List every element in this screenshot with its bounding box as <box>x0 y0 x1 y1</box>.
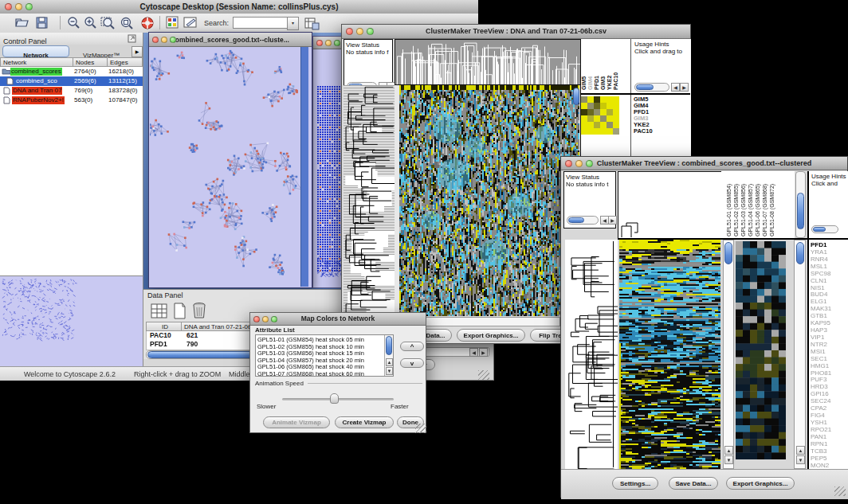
tv2-button-settings[interactable]: Settings... <box>612 477 658 490</box>
scroll-left-icon[interactable]: ◀ <box>671 83 680 92</box>
gene-label[interactable]: TCB3 <box>811 447 826 455</box>
tv1-heatmap-vscroll-thumb[interactable] <box>573 88 579 105</box>
close-icon[interactable] <box>316 40 323 46</box>
zoom-window-icon[interactable] <box>334 40 340 46</box>
gene-label[interactable]: VIP1 <box>811 334 824 341</box>
import-table-icon[interactable] <box>304 16 320 30</box>
float-panel-icon[interactable] <box>128 34 137 44</box>
minimize-icon[interactable] <box>575 160 583 167</box>
scroll-down-icon[interactable]: ▼ <box>796 455 805 464</box>
gene-label[interactable]: MSI1 <box>811 348 826 355</box>
table-row[interactable]: combined_sco2569(6)13112(15) <box>0 76 143 86</box>
scroll-up-icon[interactable]: ▲ <box>386 358 393 366</box>
tv1-button-export-graphics[interactable]: Export Graphics... <box>457 329 525 342</box>
scroll-up-icon[interactable]: ▲ <box>724 446 733 455</box>
close-icon[interactable] <box>346 28 353 35</box>
dense-network-view[interactable] <box>317 86 344 277</box>
resize-grip[interactable] <box>415 424 426 433</box>
animate-vizmap-button[interactable]: Animate Vizmap <box>263 416 330 428</box>
tv2-status-zoom-scrollbar[interactable] <box>567 216 599 225</box>
table-row[interactable]: RNAPuberNov2+!563(0)107847(0) <box>0 96 143 105</box>
table-row[interactable]: DNA and Tran 07769(0)183728(0) <box>0 86 143 96</box>
gene-label[interactable]: GPI16 <box>811 390 829 397</box>
gene-label[interactable]: MAK31 <box>811 305 831 312</box>
zoom-fit-icon[interactable] <box>100 16 116 30</box>
minimize-icon[interactable] <box>325 40 332 46</box>
gene-label[interactable]: KAP95 <box>811 319 830 326</box>
close-icon[interactable] <box>5 3 12 10</box>
gene-label[interactable]: PAN1 <box>811 433 826 440</box>
minimize-icon[interactable] <box>262 316 269 322</box>
gene-label[interactable]: RPN1 <box>811 440 827 447</box>
open-folder-icon[interactable] <box>14 16 30 29</box>
zoom-window-icon[interactable] <box>271 316 277 322</box>
gene-label[interactable]: PHO81 <box>811 369 831 377</box>
tab-overflow-icon[interactable]: ▶ <box>132 46 143 57</box>
tv1-column-dendrogram[interactable] <box>395 39 582 85</box>
gene-label[interactable]: PFD1 <box>811 241 826 248</box>
zoom-window-icon[interactable] <box>26 3 33 10</box>
tv2-usage-scrollbar[interactable] <box>811 225 838 233</box>
attribute-list-scrollbar[interactable]: ▲ ▼ <box>384 335 393 376</box>
gene-label[interactable]: MSL1 <box>811 263 827 270</box>
network-view[interactable] <box>150 47 301 287</box>
trash-icon[interactable] <box>191 301 207 321</box>
gene-label[interactable]: SEC1 <box>811 355 827 362</box>
minimize-icon[interactable] <box>356 28 363 35</box>
scroll-left-icon[interactable]: ◀ <box>469 348 478 357</box>
tab-network[interactable]: Network <box>2 45 69 57</box>
close-icon[interactable] <box>152 37 159 43</box>
scroll-up-icon[interactable]: ▲ <box>796 446 805 455</box>
main-titlebar[interactable]: Cytoscape Desktop (Session Name: collins… <box>0 0 478 14</box>
zoom-window-icon[interactable] <box>586 160 593 167</box>
move-down-button[interactable]: v <box>400 358 424 368</box>
minimize-icon[interactable] <box>15 3 22 10</box>
new-document-icon[interactable] <box>172 302 188 321</box>
tv2-heatmap-vscrollbar[interactable]: ▲ ▼ <box>723 240 734 469</box>
gene-label[interactable]: FIG4 <box>811 412 825 419</box>
speed-slider-thumb[interactable] <box>330 393 339 404</box>
list-item[interactable]: GPL51-07 (GSM868) heat shock 60 min <box>257 370 364 377</box>
close-icon[interactable] <box>253 316 260 322</box>
gene-label[interactable]: PEP5 <box>811 455 826 462</box>
scroll-down-icon[interactable]: ▼ <box>386 367 393 375</box>
gene-label[interactable]: CLN1 <box>811 277 826 284</box>
gene-label[interactable]: RPO21 <box>811 426 831 433</box>
tv1-row-dendrogram[interactable] <box>344 85 395 316</box>
minimize-icon[interactable] <box>161 37 167 43</box>
tv2-collabels-scrollbar[interactable] <box>795 171 806 238</box>
gene-label[interactable]: NTR2 <box>811 341 827 348</box>
gene-label[interactable]: SEC24 <box>811 397 830 404</box>
close-icon[interactable] <box>565 160 572 167</box>
scroll-down-icon[interactable]: ▼ <box>724 455 733 464</box>
zoom-out-icon[interactable] <box>67 16 81 30</box>
gene-label[interactable]: BUD4 <box>811 291 827 298</box>
tv1-zoom-matrix[interactable] <box>581 96 619 135</box>
window-controls[interactable] <box>5 3 33 10</box>
tv2-genelist-scrollbar[interactable]: ▲ ▼ <box>794 240 806 469</box>
vizmapper-icon[interactable] <box>166 16 179 29</box>
tv2-button-export-graphics[interactable]: Export Graphics... <box>726 477 795 490</box>
scroll-right-icon[interactable]: ▶ <box>479 348 488 357</box>
tv1-heatmap[interactable] <box>399 85 579 316</box>
tv2-zoom-heatmap[interactable] <box>736 241 786 459</box>
table-icon[interactable] <box>150 302 169 321</box>
resize-grip[interactable] <box>478 370 489 380</box>
gene-label[interactable]: GTB1 <box>811 312 827 319</box>
zoom-in-icon[interactable] <box>84 16 98 30</box>
search-dropdown-icon[interactable]: ▾ <box>287 17 299 30</box>
scroll-right-icon[interactable]: ▶ <box>608 216 617 225</box>
tv2-button-save-data[interactable]: Save Data... <box>669 477 718 490</box>
zoom-window-icon[interactable] <box>367 28 374 35</box>
gene-label[interactable]: PUF3 <box>811 376 826 383</box>
gene-label[interactable]: NIS1 <box>811 284 825 291</box>
network-overview-panel[interactable] <box>0 275 143 367</box>
table-row[interactable]: combined_scores2764(0)16218(0) <box>0 67 143 76</box>
tv2-column-dendrogram-panel[interactable] <box>618 171 721 238</box>
gene-label[interactable]: HMG1 <box>811 362 829 369</box>
tv1-usage-scrollbar[interactable] <box>634 83 669 92</box>
gene-label[interactable]: YSH1 <box>811 419 827 426</box>
zoom-window-icon[interactable] <box>170 37 176 43</box>
network-vertical-scrollbar[interactable] <box>300 47 308 287</box>
attribute-list[interactable]: GPL51-01 (GSM854) heat shock 05 minGPL51… <box>255 334 394 377</box>
